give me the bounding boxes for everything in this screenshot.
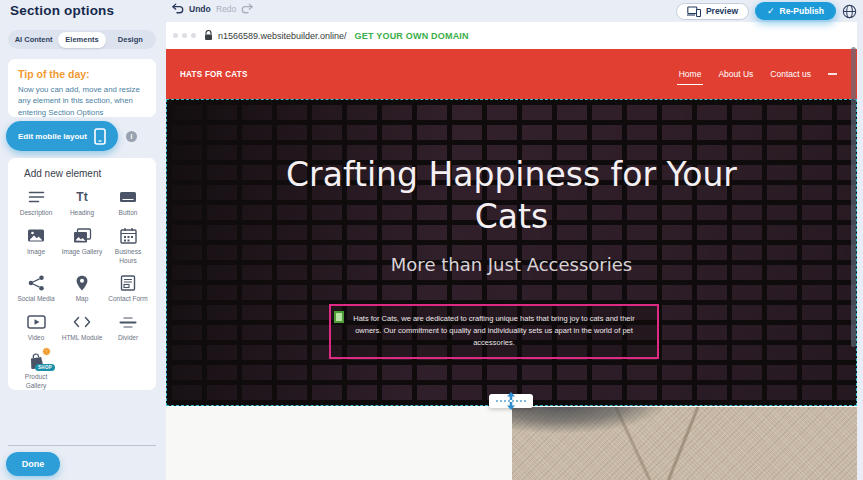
lock-icon [204,30,213,41]
app-window: Section options Undo Redo Preview ✓ Re-P… [0,0,863,480]
element-grid: Description Tt Heading Button Image Imag… [14,188,150,390]
resize-arrow-down-icon [507,398,516,416]
section-resize-handle[interactable] [489,394,533,408]
description-icon [28,188,45,206]
social-media-icon [28,274,45,292]
sidebar-divider [8,445,156,446]
page-title: Section options [10,3,114,18]
undo-label: Undo [189,4,211,14]
contact-form-icon [120,274,136,292]
edit-mobile-label: Edit mobile layout [18,132,87,141]
info-icon[interactable]: i [126,131,137,142]
language-globe-icon[interactable] [842,4,857,19]
browser-bar: n1566589.websitebuilder.online/ GET YOUR… [166,22,857,49]
site-nav: Home About Us Contact us [679,49,837,99]
image-icon [27,227,45,245]
video-icon [27,313,46,331]
edit-mobile-layout-button[interactable]: Edit mobile layout [6,121,118,151]
add-element-panel: Add new element Description Tt Heading B… [8,158,156,390]
upgrade-badge-icon: ↑ [42,347,51,356]
tip-title: Tip of the day: [18,68,146,80]
tab-ai-content[interactable]: AI Content [10,32,58,48]
heading-icon: Tt [76,188,87,206]
element-map[interactable]: Map [60,274,104,304]
element-video[interactable]: Video [14,313,58,343]
section-options-sidebar: AI Content Elements Design Tip of the da… [0,22,166,480]
get-domain-link[interactable]: GET YOUR OWN DOMAIN [355,31,469,41]
hero-paragraph-box[interactable]: Hats for Cats, we are dedicated to craft… [329,304,659,359]
nav-about-us[interactable]: About Us [718,65,753,83]
redo-label: Redo [216,4,236,14]
element-product-gallery[interactable]: SHOP ↑ Product Gallery [14,352,58,390]
toolbar-actions: Preview ✓ Re-Publish [676,0,857,22]
button-icon [119,188,137,206]
site-logo[interactable]: HATS FOR CATS [180,68,248,79]
phone-icon [94,128,106,145]
element-image[interactable]: Image [14,227,58,266]
check-icon: ✓ [767,6,775,16]
browser-dot [191,33,196,38]
preview-label: Preview [706,6,738,16]
browser-dot [173,33,178,38]
devices-icon [687,6,701,17]
browser-dots [173,33,196,38]
hero-section[interactable]: Crafting Happiness for Your Cats More th… [166,99,857,406]
element-button[interactable]: Button [106,188,150,218]
tip-of-the-day-card: Tip of the day: Now you can add, move an… [8,59,156,117]
html-module-icon [73,313,91,331]
hero-subheading[interactable]: More than Just Accessories [167,254,856,275]
add-element-title: Add new element [14,168,150,179]
redo-button[interactable]: Redo [216,3,253,14]
site-header: HATS FOR CATS Home About Us Contact us [166,49,857,99]
tab-design[interactable]: Design [106,32,154,48]
sidebar-tabs: AI Content Elements Design [8,30,156,49]
preview-scrollbar[interactable] [851,47,856,347]
nav-more-icon[interactable] [828,73,837,75]
hero-paragraph: Hats for Cats, we are dedicated to craft… [341,313,647,349]
carpet-photo [512,407,857,480]
nav-home[interactable]: Home [679,65,702,83]
text-cursor-handle[interactable] [334,311,344,323]
element-html-module[interactable]: HTML Module [60,313,104,343]
element-business-hours[interactable]: Business Hours [106,227,150,266]
element-image-gallery[interactable]: Image Gallery [60,227,104,266]
nav-contact-us[interactable]: Contact us [770,65,811,83]
republish-button[interactable]: ✓ Re-Publish [755,2,836,20]
hero-heading[interactable]: Crafting Happiness for Your Cats [282,154,742,238]
undo-button[interactable]: Undo [172,3,211,14]
divider-icon [119,313,137,331]
element-divider[interactable]: Divider [106,313,150,343]
image-gallery-icon [72,227,92,245]
element-heading[interactable]: Tt Heading [60,188,104,218]
element-social-media[interactable]: Social Media [14,274,58,304]
top-toolbar: Section options Undo Redo Preview ✓ Re-P… [0,0,863,22]
product-gallery-icon: SHOP ↑ [25,352,47,370]
element-description[interactable]: Description [14,188,58,218]
business-hours-icon [120,227,137,245]
tip-body: Now you can add, move and resize any ele… [18,84,146,118]
done-button[interactable]: Done [6,452,60,476]
element-contact-form[interactable]: Contact Form [106,274,150,304]
shop-badge: SHOP [35,364,55,371]
map-icon [75,274,89,292]
next-section [166,407,857,480]
browser-dot [182,33,187,38]
republish-label: Re-Publish [780,6,824,16]
redo-icon [240,3,253,14]
preview-button[interactable]: Preview [676,3,749,20]
tab-elements[interactable]: Elements [58,32,106,48]
site-url: n1566589.websitebuilder.online/ [218,31,347,41]
undo-icon [172,3,185,14]
